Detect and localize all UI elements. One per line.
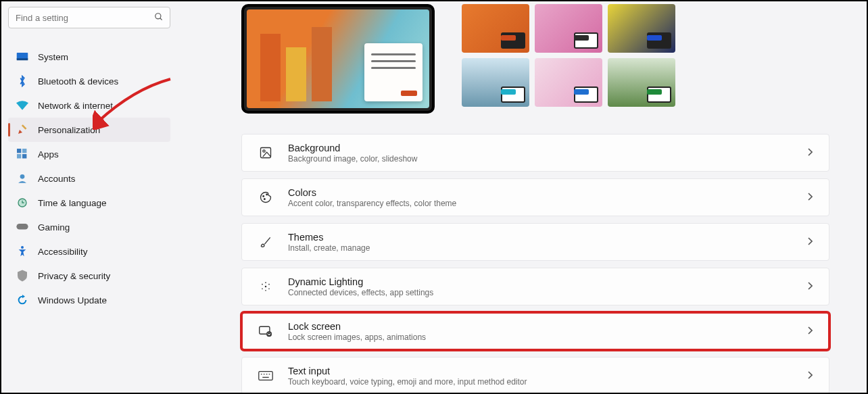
card-subtitle: Connected devices, effects, app settings — [288, 288, 807, 298]
theme-option-3[interactable] — [608, 4, 675, 53]
sidebar-item-system[interactable]: System — [8, 45, 170, 69]
svg-point-12 — [21, 246, 24, 249]
svg-line-1 — [160, 18, 162, 20]
theme-option-4[interactable] — [462, 58, 529, 107]
sidebar-item-privacy-security[interactable]: Privacy & security — [8, 264, 170, 288]
search-box[interactable] — [8, 7, 170, 28]
card-title: Text input — [288, 365, 807, 377]
image-icon — [258, 145, 273, 160]
card-subtitle: Lock screen images, apps, animations — [288, 333, 807, 343]
chevron-right-icon — [807, 237, 813, 247]
svg-point-21 — [262, 289, 263, 290]
svg-point-0 — [155, 13, 161, 18]
card-themes[interactable]: ThemesInstall, create, manage — [241, 223, 829, 261]
svg-point-18 — [265, 286, 267, 288]
theme-pip-icon — [647, 32, 671, 49]
brush-icon — [258, 235, 273, 249]
sidebar-item-label: Gaming — [38, 222, 70, 232]
svg-point-17 — [266, 194, 268, 195]
svg-rect-5 — [17, 149, 21, 153]
sidebar-item-bluetooth-devices[interactable]: Bluetooth & devices — [8, 69, 170, 93]
sidebar-item-apps[interactable]: Apps — [8, 142, 170, 166]
sidebar-item-accounts[interactable]: Accounts — [8, 166, 170, 191]
chevron-right-icon — [807, 147, 813, 158]
accessibility-icon — [15, 244, 30, 259]
sidebar-item-gaming[interactable]: Gaming — [8, 215, 170, 239]
system-icon — [15, 49, 30, 64]
card-title: Colors — [288, 187, 807, 199]
chevron-right-icon — [807, 192, 813, 203]
svg-rect-28 — [259, 372, 272, 380]
theme-pip-icon — [647, 87, 671, 103]
sidebar-item-network-internet[interactable]: Network & internet — [8, 93, 170, 118]
palette-icon — [258, 190, 273, 205]
sidebar-item-label: Time & language — [38, 198, 107, 208]
sidebar-item-label: Apps — [38, 149, 59, 159]
search-input[interactable] — [14, 12, 153, 24]
card-title: Dynamic Lighting — [288, 276, 807, 288]
theme-option-6[interactable] — [608, 58, 675, 107]
sidebar-item-accessibility[interactable]: Accessibility — [8, 239, 170, 264]
card-dynamic-lighting[interactable]: Dynamic LightingConnected devices, effec… — [241, 268, 829, 305]
svg-rect-7 — [17, 154, 21, 158]
svg-point-9 — [20, 174, 25, 179]
svg-rect-4 — [22, 124, 27, 130]
svg-rect-11 — [16, 224, 28, 230]
accounts-icon — [15, 171, 30, 186]
theme-option-1[interactable] — [462, 4, 529, 53]
theme-pip-icon — [574, 32, 598, 49]
sidebar-item-label: Personalization — [38, 125, 100, 135]
card-text-input[interactable]: Text inputTouch keyboard, voice typing, … — [241, 357, 829, 394]
sidebar-item-label: System — [38, 52, 68, 62]
theme-grid — [462, 4, 675, 114]
card-subtitle: Touch keyboard, voice typing, emoji and … — [288, 377, 807, 387]
time-language-icon — [15, 195, 30, 210]
bluetooth-devices-icon — [15, 74, 30, 89]
svg-point-24 — [265, 290, 266, 291]
settings-card-list: BackgroundBackground image, color, slide… — [241, 134, 829, 394]
sidebar-item-label: Windows Update — [38, 295, 107, 305]
card-subtitle: Accent color, transparency effects, colo… — [288, 199, 807, 209]
sidebar-item-label: Accessibility — [38, 247, 88, 257]
svg-rect-8 — [22, 154, 26, 158]
windows-update-icon — [15, 293, 30, 307]
desktop-preview — [241, 4, 435, 114]
privacy-security-icon — [15, 268, 30, 283]
card-title: Lock screen — [288, 320, 807, 333]
theme-option-2[interactable] — [535, 4, 602, 53]
svg-rect-3 — [17, 58, 28, 60]
sidebar: SystemBluetooth & devicesNetwork & inter… — [1, 1, 177, 393]
lock-icon — [258, 324, 273, 339]
sparkle-icon — [258, 279, 273, 294]
svg-point-23 — [265, 282, 266, 283]
svg-point-19 — [262, 284, 263, 285]
search-icon — [153, 12, 164, 24]
theme-pip-icon — [574, 87, 598, 103]
svg-point-20 — [268, 284, 270, 285]
card-lock-screen[interactable]: Lock screenLock screen images, apps, ani… — [241, 312, 829, 350]
chevron-right-icon — [807, 370, 813, 381]
nav-list: SystemBluetooth & devicesNetwork & inter… — [8, 45, 170, 312]
svg-point-16 — [264, 199, 266, 200]
sidebar-item-personalization[interactable]: Personalization — [8, 118, 170, 142]
sidebar-item-windows-update[interactable]: Windows Update — [8, 288, 170, 312]
theme-pip-icon — [501, 87, 525, 103]
svg-point-14 — [263, 150, 265, 152]
main-content: BackgroundBackground image, color, slide… — [241, 1, 836, 393]
sidebar-item-label: Privacy & security — [38, 271, 110, 281]
svg-rect-6 — [22, 149, 26, 153]
card-background[interactable]: BackgroundBackground image, color, slide… — [241, 134, 829, 172]
apps-icon — [15, 147, 30, 162]
gaming-icon — [15, 220, 30, 235]
sidebar-item-label: Bluetooth & devices — [38, 76, 118, 87]
card-colors[interactable]: ColorsAccent color, transparency effects… — [241, 178, 829, 216]
theme-pip-icon — [501, 32, 525, 49]
sidebar-item-label: Accounts — [38, 174, 76, 184]
sidebar-item-time-language[interactable]: Time & language — [8, 191, 170, 215]
chevron-right-icon — [807, 281, 813, 292]
theme-option-5[interactable] — [535, 58, 602, 107]
sidebar-item-label: Network & internet — [38, 101, 113, 111]
chevron-right-icon — [807, 326, 813, 337]
network-internet-icon — [15, 98, 30, 113]
keyboard-icon — [258, 368, 273, 383]
